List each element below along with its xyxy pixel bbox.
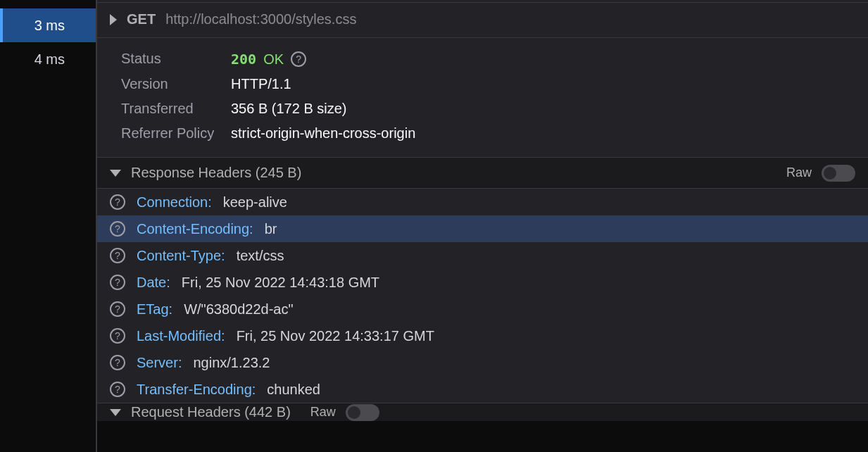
header-name: Content-Type [137,248,225,264]
help-icon[interactable]: ? [110,301,125,317]
header-name: Server [137,355,182,371]
status-text: OK [263,51,284,68]
header-row[interactable]: ?DateFri, 25 Nov 2022 14:43:18 GMT [97,269,868,296]
help-icon[interactable]: ? [110,221,125,237]
header-row[interactable]: ?Last-ModifiedFri, 25 Nov 2022 14:33:17 … [97,322,868,349]
header-name: Transfer-Encoding [137,382,256,398]
header-name: Last-Modified [137,328,225,344]
header-row[interactable]: ?Transfer-Encodingchunked [97,376,868,403]
header-value: nginx/1.23.2 [193,355,270,371]
help-icon[interactable]: ? [110,275,125,290]
section-title: Response Headers (245 B) [131,165,301,181]
raw-label: Raw [786,165,812,180]
help-icon[interactable]: ? [110,382,125,397]
timing-value: 3 ms [34,18,65,34]
transferred-value: 356 B (172 B size) [231,101,347,117]
header-value: text/css [237,248,284,264]
expand-icon [110,14,117,25]
response-headers-list: ?Connectionkeep-alive?Content-Encodingbr… [97,189,868,403]
timing-value: 4 ms [34,51,65,68]
collapse-icon [110,409,121,416]
response-headers-bar[interactable]: Response Headers (245 B) Raw [97,158,868,189]
request-url: http://localhost:3000/styles.css [165,11,356,27]
referrer-value: strict-origin-when-cross-origin [231,125,415,142]
header-row[interactable]: ?Content-Typetext/css [97,242,868,269]
header-value: Fri, 25 Nov 2022 14:33:17 GMT [237,328,434,344]
summary-block: Status 200 OK ? Version HTTP/1.1 Transfe… [97,38,868,158]
version-label: Version [97,76,231,92]
help-icon[interactable]: ? [110,248,125,263]
header-row[interactable]: ?Connectionkeep-alive [97,189,868,215]
raw-label: Raw [310,405,336,420]
status-code: 200 [231,51,256,68]
header-value: W/"6380d22d-ac" [184,301,293,318]
timing-item[interactable]: 4 ms [0,42,96,76]
raw-toggle[interactable] [346,404,379,421]
header-name: Content-Encoding [137,221,253,237]
header-name: Date [137,275,170,291]
header-value: Fri, 25 Nov 2022 14:43:18 GMT [182,275,379,291]
collapse-icon [110,170,121,177]
header-value: br [265,221,277,237]
request-summary-row[interactable]: GET http://localhost:3000/styles.css [97,3,868,38]
transferred-label: Transferred [97,101,231,117]
header-row[interactable]: ?Servernginx/1.23.2 [97,349,868,376]
header-name: Connection [137,194,212,211]
help-icon[interactable]: ? [110,194,125,210]
header-row[interactable]: ?ETagW/"6380d22d-ac" [97,296,868,322]
timing-item[interactable]: 3 ms [0,8,96,42]
request-headers-bar[interactable]: Request Headers (442 B) Raw [97,403,868,421]
header-row[interactable]: ?Content-Encodingbr [97,215,868,242]
help-icon[interactable]: ? [110,328,125,344]
help-icon[interactable]: ? [110,355,125,370]
header-value: chunked [267,382,320,398]
help-icon[interactable]: ? [291,51,306,67]
referrer-label: Referrer Policy [97,125,231,142]
version-value: HTTP/1.1 [231,76,291,92]
timing-sidebar: 3 ms 4 ms [0,0,97,452]
header-value: keep-alive [223,194,287,211]
http-method: GET [127,11,156,27]
status-label: Status [97,51,231,68]
raw-toggle[interactable] [822,165,855,182]
section-title: Request Headers (442 B) [131,404,291,420]
header-name: ETag [137,301,172,318]
